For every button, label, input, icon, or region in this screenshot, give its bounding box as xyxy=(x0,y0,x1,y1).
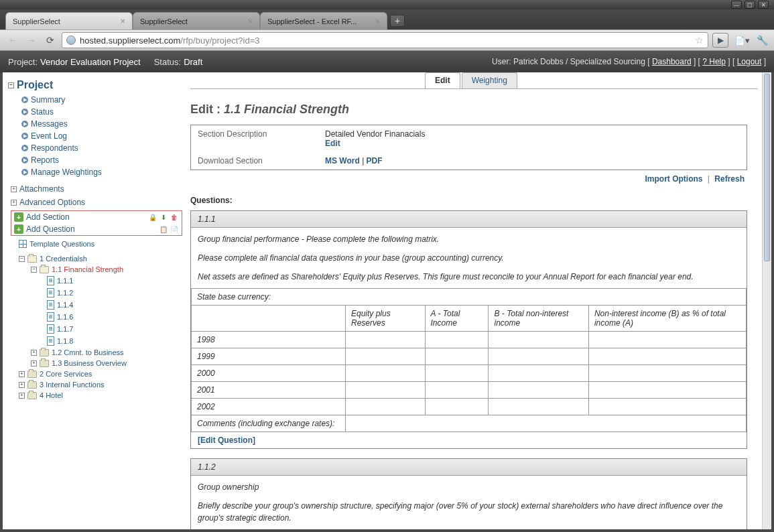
tab-close-icon[interactable]: × xyxy=(247,16,253,26)
sidebar-item-attachments[interactable]: + Attachments xyxy=(8,182,185,196)
sidebar: − Project ▶Summary ▶Status ▶Messages ▶Ev… xyxy=(3,72,190,529)
forward-button[interactable]: → xyxy=(24,33,39,48)
sidebar-folder-business-overview[interactable]: + 1.3 Business Overview xyxy=(31,358,185,369)
paste-icon[interactable]: 📄 xyxy=(170,224,179,234)
url-host: hosted.supplierselect.com xyxy=(80,36,180,46)
sidebar-action-box: + Add Section 🔒 ⬇ 🗑 + Add Question 📋 📄 xyxy=(11,210,182,236)
add-question-button[interactable]: + Add Question 📋 📄 xyxy=(11,223,182,235)
window-maximize-button[interactable]: ▢ xyxy=(745,1,755,9)
back-button[interactable]: ← xyxy=(5,33,20,48)
page-menu-button[interactable]: 📄▾ xyxy=(732,36,751,46)
sidebar-item-summary[interactable]: ▶Summary xyxy=(8,94,185,106)
bookmark-star-icon[interactable]: ☆ xyxy=(695,35,704,46)
sidebar-item-status[interactable]: ▶Status xyxy=(8,106,185,118)
download-pdf-link[interactable]: PDF xyxy=(367,156,383,165)
wrench-menu-button[interactable]: 🔧 xyxy=(755,33,769,48)
expand-icon[interactable]: + xyxy=(19,393,25,399)
download-icon[interactable]: ⬇ xyxy=(159,212,168,222)
bullet-icon: ▶ xyxy=(21,145,28,151)
project-label: Project: xyxy=(8,57,38,67)
sidebar-folder-cmnt-business[interactable]: + 1.2 Cmnt. to Business xyxy=(31,347,185,358)
sidebar-project-title[interactable]: − Project xyxy=(8,79,185,91)
download-word-link[interactable]: MS Word xyxy=(325,156,360,165)
sidebar-leaf-118[interactable]: 1.1.8 xyxy=(47,335,185,347)
sidebar-item-template-questions[interactable]: Template Questions xyxy=(19,239,185,249)
expand-icon[interactable]: + xyxy=(11,186,17,192)
question-number: 1.1.2 xyxy=(191,459,747,476)
sidebar-leaf-111[interactable]: 1.1.1 xyxy=(47,275,185,287)
collapse-icon[interactable]: − xyxy=(19,256,25,262)
sidebar-item-messages[interactable]: ▶Messages xyxy=(8,118,185,130)
question-number: 1.1.1 xyxy=(191,211,747,228)
edit-question-link[interactable]: [Edit Question] xyxy=(198,436,255,445)
expand-icon[interactable]: + xyxy=(31,350,37,356)
folder-icon xyxy=(27,392,37,399)
sidebar-leaf-117[interactable]: 1.1.7 xyxy=(47,323,185,335)
project-name: Vendor Evaluation Project xyxy=(40,57,141,67)
expand-icon[interactable]: + xyxy=(19,371,25,377)
window-minimize-button[interactable]: — xyxy=(731,1,742,9)
document-icon xyxy=(47,276,54,285)
delete-icon[interactable]: 🗑 xyxy=(170,212,179,222)
sidebar-folder-credentials[interactable]: − 1 Credentialsh xyxy=(19,253,185,264)
url-path: /rfp/buy/project?id=3 xyxy=(180,36,259,46)
tab-edit[interactable]: Edit xyxy=(425,72,460,88)
right-action-links: Import Options | Refresh xyxy=(190,170,747,184)
go-button[interactable]: ▶ xyxy=(712,33,728,48)
add-icon: + xyxy=(14,212,23,222)
window-close-button[interactable]: ✕ xyxy=(758,1,769,9)
grid-icon xyxy=(19,240,27,248)
sidebar-folder-financial-strength[interactable]: − 1.1 Financial Strength xyxy=(31,264,185,275)
collapse-icon[interactable]: − xyxy=(31,267,37,273)
sidebar-folder-core-services[interactable]: + 2 Core Services xyxy=(19,369,185,379)
tab-title: SupplierSelect - Excel RF... xyxy=(267,17,357,25)
section-description-value: Detailed Vendor Finanacials xyxy=(325,129,425,139)
browser-tab-0[interactable]: SupplierSelect × xyxy=(5,12,133,29)
browser-tab-1[interactable]: SupplierSelect × xyxy=(133,12,260,29)
document-icon xyxy=(47,336,54,346)
refresh-link[interactable]: Refresh xyxy=(714,174,745,184)
sidebar-leaf-112[interactable]: 1.1.2 xyxy=(47,287,185,299)
dashboard-link[interactable]: Dashboard xyxy=(652,57,692,66)
vertical-scrollbar[interactable] xyxy=(762,72,771,529)
comments-row-label: Comments (including exchange rates): xyxy=(192,415,346,432)
question-body: Group financial performance - Please com… xyxy=(191,228,747,288)
sidebar-folder-hotel[interactable]: + 4 Hotel xyxy=(19,390,185,401)
sidebar-folder-internal-functions[interactable]: + 3 Internal Functions xyxy=(19,379,185,390)
import-options-link[interactable]: Import Options xyxy=(645,174,703,184)
bullet-icon: ▶ xyxy=(21,96,28,103)
reload-button[interactable]: ⟳ xyxy=(43,33,58,48)
tab-weighting[interactable]: Weighting xyxy=(462,72,517,88)
sidebar-leaf-114[interactable]: 1.1.4 xyxy=(47,299,185,311)
user-label: User: xyxy=(492,57,511,66)
sidebar-item-reports[interactable]: ▶Reports xyxy=(8,154,185,166)
help-link[interactable]: ? Help xyxy=(702,57,726,66)
sidebar-item-manage-weightings[interactable]: ▶Manage Weightings xyxy=(8,166,185,178)
collapse-icon[interactable]: − xyxy=(8,82,14,88)
lock-icon[interactable]: 🔒 xyxy=(148,212,157,222)
copy-icon[interactable]: 📋 xyxy=(159,224,168,234)
document-icon xyxy=(47,300,54,310)
folder-open-icon xyxy=(27,255,37,263)
add-section-button[interactable]: + Add Section 🔒 ⬇ 🗑 xyxy=(11,211,182,223)
questions-label: Questions: xyxy=(190,196,747,205)
section-description-box: Section Description Detailed Vendor Fina… xyxy=(190,125,747,170)
address-bar[interactable]: hosted.supplierselect.com/rfp/buy/projec… xyxy=(62,32,708,48)
edit-section-description-link[interactable]: Edit xyxy=(325,139,340,148)
sidebar-item-respondents[interactable]: ▶Respondents xyxy=(8,142,185,154)
logout-link[interactable]: Logout xyxy=(737,57,762,66)
folder-icon xyxy=(40,360,49,367)
question-box-112: 1.1.2 Group ownership Briefly describe y… xyxy=(190,458,747,529)
expand-icon[interactable]: + xyxy=(11,200,17,206)
sidebar-leaf-116[interactable]: 1.1.6 xyxy=(47,311,185,323)
sidebar-item-advanced-options[interactable]: + Advanced Options xyxy=(8,196,185,209)
expand-icon[interactable]: + xyxy=(31,360,37,367)
main-panel: Edit Weighting Edit : 1.1 Financial Stre… xyxy=(190,72,771,529)
sidebar-item-event-log[interactable]: ▶Event Log xyxy=(8,130,185,142)
expand-icon[interactable]: + xyxy=(19,382,25,388)
tab-close-icon[interactable]: × xyxy=(120,16,125,26)
new-tab-button[interactable]: + xyxy=(390,15,405,27)
tab-close-icon[interactable]: × xyxy=(375,16,380,26)
scrollbar-thumb[interactable] xyxy=(764,74,770,261)
browser-tab-2[interactable]: SupplierSelect - Excel RF... × xyxy=(260,12,387,29)
